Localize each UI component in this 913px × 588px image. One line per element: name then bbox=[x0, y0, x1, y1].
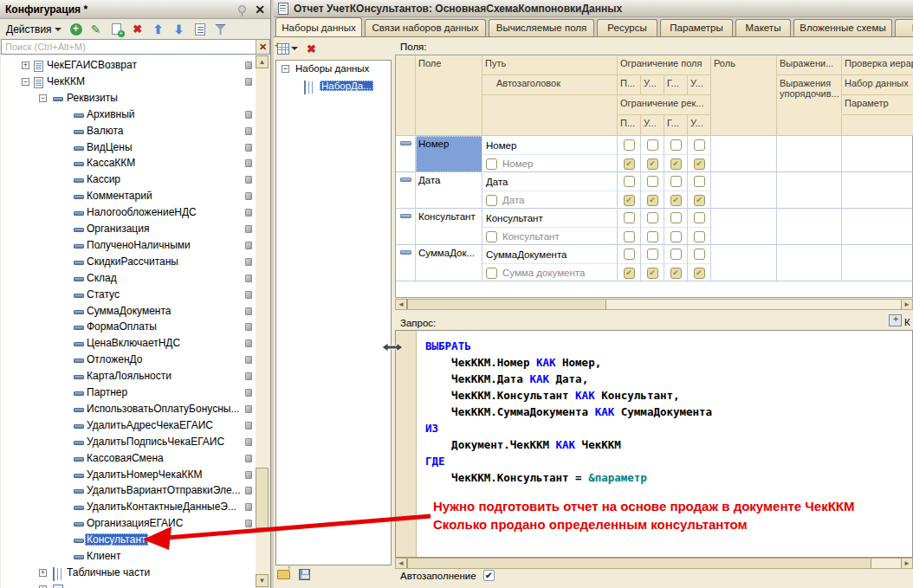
hierarchy-cell[interactable] bbox=[842, 245, 913, 281]
autoheader-checkbox[interactable] bbox=[486, 195, 497, 206]
field-restriction-checkbox[interactable] bbox=[647, 249, 658, 260]
query-horizontal-scrollbar[interactable]: ◄ ► bbox=[395, 558, 913, 569]
record-restriction-checkbox[interactable]: ✔ bbox=[647, 268, 658, 279]
expand-icon[interactable]: + bbox=[22, 61, 29, 69]
field-name-cell[interactable]: Дата bbox=[416, 172, 482, 209]
field-restriction-checkbox[interactable] bbox=[624, 212, 635, 223]
tab-8[interactable]: На bbox=[895, 19, 913, 36]
expression-cell[interactable] bbox=[777, 172, 842, 209]
tree-item[interactable]: Клиент bbox=[1, 548, 256, 565]
expand-icon[interactable]: + bbox=[39, 569, 47, 577]
record-restriction-checkbox[interactable]: ✔ bbox=[624, 268, 635, 279]
field-name-cell[interactable]: СуммаДок... bbox=[416, 245, 482, 281]
copy-button[interactable]: + bbox=[110, 23, 124, 36]
tree-item[interactable]: −Реквизиты bbox=[1, 90, 256, 107]
field-restriction-checkbox[interactable] bbox=[670, 176, 682, 187]
collapse-icon[interactable]: − bbox=[282, 65, 289, 73]
role-cell[interactable] bbox=[711, 136, 777, 172]
tree-item[interactable]: ИспользоватьОплатуБонусны... bbox=[1, 401, 256, 417]
field-restriction-checkbox[interactable] bbox=[694, 249, 705, 260]
tree-item[interactable]: Консультант bbox=[1, 532, 256, 548]
tree-item[interactable]: Кассир bbox=[1, 171, 256, 188]
move-down-button[interactable]: ⬇ bbox=[172, 23, 186, 36]
record-restriction-checkbox[interactable]: ✔ bbox=[670, 195, 682, 206]
autoheader-checkbox[interactable] bbox=[486, 231, 497, 242]
expression-cell[interactable] bbox=[777, 136, 842, 172]
record-restriction-checkbox[interactable]: ✔ bbox=[624, 158, 635, 170]
delete-dataset-button[interactable]: ✖ bbox=[307, 42, 316, 55]
scroll-right-icon[interactable]: ► bbox=[901, 300, 912, 309]
add-button[interactable]: + bbox=[70, 23, 82, 36]
autofill-checkbox[interactable]: ✔ bbox=[483, 570, 495, 581]
tab-6[interactable]: Макеты bbox=[735, 19, 791, 36]
record-restriction-checkbox[interactable]: ✔ bbox=[694, 158, 705, 170]
scroll-left-icon[interactable]: ◄ bbox=[396, 300, 407, 309]
scrollbar-thumb[interactable] bbox=[407, 559, 871, 568]
delete-button[interactable]: ✖ bbox=[131, 23, 145, 36]
field-row[interactable]: ДатаДатаДата✔✔✔✔ bbox=[396, 172, 913, 209]
tree-item[interactable]: УдалитьВариантОтправкиЭле... bbox=[1, 482, 256, 499]
expression-cell[interactable] bbox=[777, 245, 842, 281]
role-cell[interactable] bbox=[711, 172, 777, 209]
field-restriction-checkbox[interactable] bbox=[670, 139, 682, 151]
record-restriction-checkbox[interactable]: ✔ bbox=[647, 158, 658, 170]
field-row[interactable]: СуммаДок...СуммаДокументаСумма документа… bbox=[396, 245, 913, 281]
row-grip[interactable] bbox=[396, 245, 416, 281]
tree-item[interactable]: ВидЦены bbox=[1, 139, 256, 156]
field-restriction-checkbox[interactable] bbox=[694, 139, 705, 151]
hierarchy-cell[interactable] bbox=[842, 209, 913, 245]
tree-item[interactable]: ФормаОплаты bbox=[1, 319, 256, 335]
tree-item[interactable]: НалогообложениеНДС bbox=[1, 204, 256, 221]
field-restriction-checkbox[interactable] bbox=[624, 249, 635, 260]
edit-button[interactable]: ✎ bbox=[89, 23, 103, 36]
scroll-right-icon[interactable]: ► bbox=[901, 559, 912, 568]
tab-5[interactable]: Параметры bbox=[660, 19, 733, 36]
scroll-down-icon[interactable]: ▼ bbox=[256, 574, 269, 587]
tab-4[interactable]: Ресурсы bbox=[597, 19, 657, 36]
record-restriction-checkbox[interactable]: ✔ bbox=[670, 268, 682, 279]
record-restriction-checkbox[interactable]: ✔ bbox=[670, 158, 682, 170]
row-grip[interactable] bbox=[396, 209, 416, 245]
tree-item[interactable]: УдалитьАдресЧекаЕГАИС bbox=[1, 417, 256, 434]
field-restriction-checkbox[interactable] bbox=[670, 212, 682, 223]
field-restriction-checkbox[interactable] bbox=[624, 176, 635, 187]
expression-cell[interactable] bbox=[777, 209, 842, 245]
sort-list-button[interactable] bbox=[193, 23, 207, 36]
close-icon[interactable]: ✕ bbox=[255, 3, 265, 16]
field-name-cell[interactable]: Консультант bbox=[416, 209, 482, 245]
field-restriction-checkbox[interactable] bbox=[647, 212, 658, 223]
row-grip[interactable] bbox=[396, 172, 416, 209]
configuration-titlebar[interactable]: Конфигурация * ✕ bbox=[0, 0, 270, 19]
autoheader-checkbox[interactable] bbox=[486, 158, 497, 170]
query-builder-icon[interactable] bbox=[889, 314, 902, 326]
query-text[interactable]: ВЫБРАТЬ ЧекККМ.Номер КАК Номер, ЧекККМ.Д… bbox=[425, 339, 712, 488]
add-dataset-button[interactable]: + bbox=[277, 43, 298, 55]
filter-button[interactable] bbox=[214, 23, 228, 36]
record-restriction-checkbox[interactable] bbox=[624, 231, 635, 242]
field-name-cell[interactable]: Номер bbox=[416, 136, 482, 172]
hierarchy-cell[interactable] bbox=[842, 136, 913, 172]
tab-7[interactable]: Вложенные схемы bbox=[793, 19, 892, 36]
collapse-icon[interactable]: − bbox=[39, 94, 47, 102]
tree-item[interactable]: СкидкиРассчитаны bbox=[1, 254, 256, 270]
tab-1[interactable]: Наборы данных bbox=[275, 17, 362, 36]
tree-item[interactable]: −ЧекККМ bbox=[1, 74, 256, 90]
field-path-cell[interactable]: НомерНомер bbox=[482, 136, 618, 172]
tab-3[interactable]: Вычисляемые поля bbox=[489, 19, 594, 36]
field-row[interactable]: КонсультантКонсультантКонсультант bbox=[396, 209, 913, 245]
dataset-item[interactable]: НаборДа... bbox=[276, 78, 391, 95]
fields-horizontal-scrollbar[interactable]: ◄ ► bbox=[395, 299, 913, 310]
hierarchy-cell[interactable] bbox=[842, 172, 913, 209]
query-builder-label[interactable]: К bbox=[904, 317, 910, 327]
field-row[interactable]: НомерНомерНомер✔✔✔✔ bbox=[396, 136, 913, 172]
record-restriction-checkbox[interactable] bbox=[647, 231, 658, 242]
tree-item[interactable]: +ЧекЕГАИСВозврат bbox=[1, 57, 256, 74]
move-up-button[interactable]: ⬆ bbox=[152, 23, 165, 36]
tree-item[interactable]: Организация bbox=[1, 221, 256, 237]
datasets-root-item[interactable]: − Наборы данных bbox=[276, 61, 391, 78]
field-restriction-checkbox[interactable] bbox=[624, 139, 635, 151]
tree-item[interactable]: ЦенаВключаетНДС bbox=[1, 335, 256, 352]
role-cell[interactable] bbox=[711, 209, 777, 245]
report-titlebar[interactable]: Отчет УчетКОнсультантов: ОсновнаяСхемаКо… bbox=[274, 0, 913, 17]
tree-item[interactable]: +Табличные части bbox=[1, 565, 256, 581]
